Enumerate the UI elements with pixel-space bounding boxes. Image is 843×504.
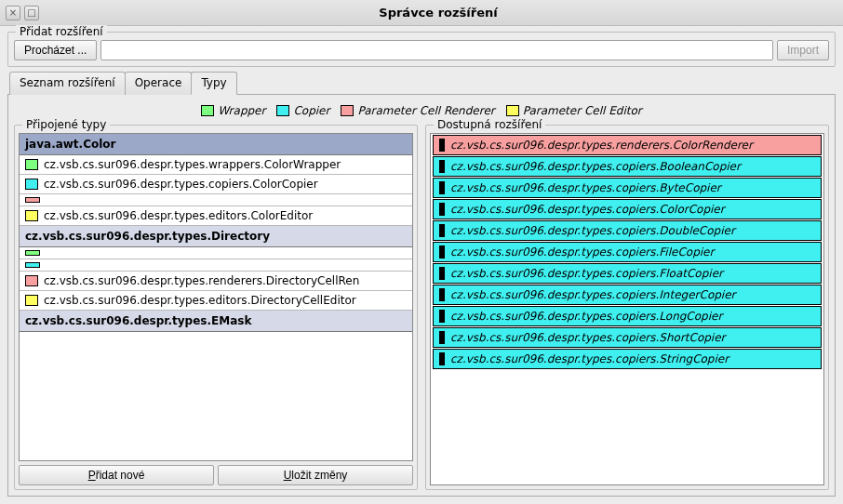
available-extensions-label: Dostupná rozšíření	[434, 118, 545, 131]
extension-row[interactable]: cz.vsb.cs.sur096.despr.types.copiers.Byt…	[433, 178, 822, 198]
extension-row[interactable]: cz.vsb.cs.sur096.despr.types.copiers.Dou…	[433, 220, 822, 241]
wrapper-swatch-icon	[201, 105, 214, 116]
tab-operations[interactable]: Operace	[125, 72, 193, 95]
extension-row-label: cz.vsb.cs.sur096.despr.types.copiers.Boo…	[450, 160, 741, 173]
add-extension-row: Procházet ... Import	[14, 40, 829, 60]
save-rest: ložit změny	[291, 469, 347, 482]
tab-strip: Seznam rozšíření Operace Typy	[7, 71, 836, 95]
extension-row-label: cz.vsb.cs.sur096.despr.types.copiers.Int…	[450, 288, 736, 301]
type-row[interactable]: cz.vsb.cs.sur096.despr.types.editors.Col…	[20, 206, 412, 226]
connected-types-scroll[interactable]: java.awt.Colorcz.vsb.cs.sur096.despr.typ…	[19, 133, 413, 461]
extension-row-label: cz.vsb.cs.sur096.despr.types.copiers.Sho…	[450, 331, 726, 344]
marker-icon	[439, 203, 445, 216]
type-row-label: cz.vsb.cs.sur096.despr.types.wrappers.Co…	[44, 158, 341, 171]
add-extension-label: Přidat rozšíření	[16, 25, 107, 38]
type-row[interactable]: cz.vsb.cs.sur096.despr.types.copiers.Col…	[20, 175, 412, 194]
editor-swatch-icon	[506, 105, 519, 116]
legend-renderer: Parameter Cell Renderer	[341, 104, 494, 117]
type-row[interactable]: cz.vsb.cs.sur096.despr.types.editors.Dir…	[20, 291, 412, 311]
extension-row[interactable]: cz.vsb.cs.sur096.despr.types.copiers.Boo…	[433, 156, 822, 177]
type-row[interactable]	[20, 194, 412, 206]
marker-icon	[439, 139, 445, 152]
marker-icon	[439, 352, 445, 365]
save-changes-button[interactable]: Uložit změny	[218, 465, 413, 485]
tab-body: Wrapper Copier Parameter Cell Renderer P…	[7, 95, 836, 497]
browse-button[interactable]: Procházet ...	[14, 40, 97, 60]
panels: Připojené typy java.awt.Colorcz.vsb.cs.s…	[14, 125, 829, 490]
legend-renderer-label: Parameter Cell Renderer	[357, 104, 494, 117]
legend-copier-label: Copier	[293, 104, 329, 117]
window-title: Správce rozšíření	[39, 6, 837, 20]
type-row[interactable]	[20, 247, 412, 259]
type-group-header[interactable]: cz.vsb.cs.sur096.despr.types.EMask	[20, 311, 412, 332]
extension-row[interactable]: cz.vsb.cs.sur096.despr.types.copiers.Fil…	[433, 242, 822, 262]
copier-swatch-icon	[276, 105, 289, 116]
editor-swatch-icon	[25, 210, 38, 221]
extension-row[interactable]: cz.vsb.cs.sur096.despr.types.copiers.Str…	[433, 349, 822, 369]
connected-types-label: Připojené typy	[22, 118, 110, 131]
extension-row-label: cz.vsb.cs.sur096.despr.types.copiers.Flo…	[450, 267, 723, 280]
type-row[interactable]	[20, 259, 412, 272]
type-row-label: cz.vsb.cs.sur096.despr.types.editors.Dir…	[44, 294, 356, 307]
extension-row-label: cz.vsb.cs.sur096.despr.types.copiers.Dou…	[450, 224, 735, 237]
add-new-button[interactable]: Přidat nové	[19, 465, 214, 485]
extension-row-label: cz.vsb.cs.sur096.despr.types.copiers.Col…	[450, 203, 725, 216]
available-extensions-panel: Dostupná rozšíření cz.vsb.cs.sur096.desp…	[425, 125, 829, 490]
extension-row-label: cz.vsb.cs.sur096.despr.types.renderers.C…	[450, 139, 753, 152]
type-row-label: cz.vsb.cs.sur096.despr.types.copiers.Col…	[44, 178, 318, 191]
type-row[interactable]: cz.vsb.cs.sur096.despr.types.renderers.D…	[20, 272, 412, 291]
tabs-container: Seznam rozšíření Operace Typy Wrapper Co…	[7, 71, 836, 497]
type-row-label: cz.vsb.cs.sur096.despr.types.editors.Col…	[44, 209, 313, 222]
extension-row-label: cz.vsb.cs.sur096.despr.types.copiers.Fil…	[450, 245, 714, 259]
import-button[interactable]: Import	[777, 40, 829, 60]
extension-row[interactable]: cz.vsb.cs.sur096.despr.types.renderers.C…	[433, 135, 822, 155]
marker-icon	[439, 310, 445, 323]
renderer-swatch-icon	[25, 275, 38, 286]
marker-icon	[439, 160, 445, 173]
copier-swatch-icon	[25, 179, 38, 190]
maximize-icon[interactable]: □	[24, 6, 39, 20]
wrapper-swatch-icon	[25, 159, 38, 170]
marker-icon	[439, 181, 445, 194]
renderer-swatch-icon	[25, 197, 40, 203]
marker-icon	[439, 331, 445, 344]
available-extensions-list: cz.vsb.cs.sur096.despr.types.renderers.C…	[431, 134, 823, 484]
extension-row[interactable]: cz.vsb.cs.sur096.despr.types.copiers.Flo…	[433, 263, 822, 284]
add-extension-group: Přidat rozšíření Procházet ... Import	[7, 32, 836, 67]
type-row[interactable]: cz.vsb.cs.sur096.despr.types.wrappers.Co…	[20, 155, 412, 175]
path-input[interactable]	[100, 40, 773, 60]
legend-wrapper: Wrapper	[201, 104, 265, 117]
extension-row-label: cz.vsb.cs.sur096.despr.types.copiers.Lon…	[450, 310, 722, 323]
marker-icon	[439, 267, 445, 280]
content: Přidat rozšíření Procházet ... Import Se…	[0, 26, 843, 504]
extension-row-label: cz.vsb.cs.sur096.despr.types.copiers.Str…	[450, 352, 729, 365]
type-row-label: cz.vsb.cs.sur096.despr.types.renderers.D…	[44, 274, 359, 287]
extension-row[interactable]: cz.vsb.cs.sur096.despr.types.copiers.Int…	[433, 285, 822, 305]
copier-swatch-icon	[25, 262, 40, 268]
legend: Wrapper Copier Parameter Cell Renderer P…	[14, 100, 829, 121]
marker-icon	[439, 245, 445, 259]
marker-icon	[439, 224, 445, 237]
type-group-header[interactable]: cz.vsb.cs.sur096.despr.types.Directory	[20, 226, 412, 247]
extension-row[interactable]: cz.vsb.cs.sur096.despr.types.copiers.Sho…	[433, 327, 822, 348]
legend-wrapper-label: Wrapper	[218, 104, 265, 117]
renderer-swatch-icon	[341, 105, 354, 116]
legend-editor: Parameter Cell Editor	[506, 104, 642, 117]
close-icon[interactable]: ×	[6, 6, 20, 20]
extension-row-label: cz.vsb.cs.sur096.despr.types.copiers.Byt…	[450, 181, 721, 194]
type-group-header[interactable]: java.awt.Color	[20, 134, 412, 155]
tab-extension-list[interactable]: Seznam rozšíření	[9, 72, 126, 95]
marker-icon	[439, 288, 445, 301]
wrapper-swatch-icon	[25, 250, 40, 256]
titlebar: × □ Správce rozšíření	[0, 0, 843, 26]
extension-row[interactable]: cz.vsb.cs.sur096.despr.types.copiers.Lon…	[433, 306, 822, 326]
extension-row[interactable]: cz.vsb.cs.sur096.despr.types.copiers.Col…	[433, 199, 822, 219]
legend-copier: Copier	[276, 104, 329, 117]
available-extensions-scroll[interactable]: cz.vsb.cs.sur096.despr.types.renderers.C…	[430, 133, 824, 485]
legend-editor-label: Parameter Cell Editor	[523, 104, 642, 117]
connected-types-list: java.awt.Colorcz.vsb.cs.sur096.despr.typ…	[20, 134, 412, 460]
connected-types-buttons: Přidat nové Uložit změny	[19, 465, 413, 485]
window: × □ Správce rozšíření Přidat rozšíření P…	[0, 0, 843, 504]
tab-types[interactable]: Typy	[191, 72, 236, 95]
titlebar-buttons: × □	[6, 6, 39, 20]
